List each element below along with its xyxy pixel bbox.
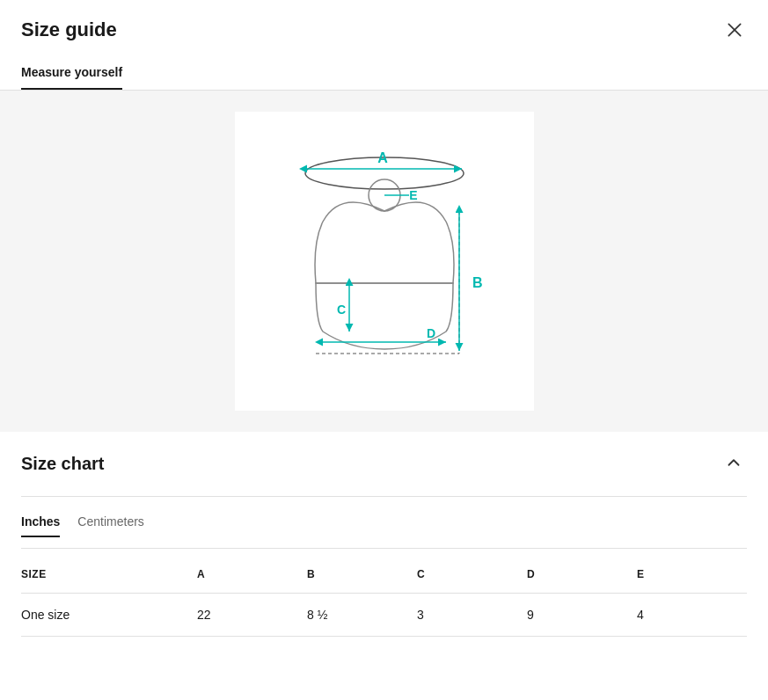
label-D: D: [427, 326, 435, 340]
size-chart-header: Size chart: [21, 432, 747, 497]
col-header-D: D: [527, 556, 637, 594]
cell-D: 9: [527, 594, 637, 637]
label-C: C: [337, 303, 346, 317]
size-table: SIZE A B C D E One size 22 8 ½ 3 9 4: [21, 556, 747, 637]
table-header-row: SIZE A B C D E: [21, 556, 747, 594]
cell-A: 22: [197, 594, 307, 637]
col-header-size: SIZE: [21, 556, 197, 594]
size-chart-title: Size chart: [21, 454, 104, 474]
close-button[interactable]: [722, 18, 747, 42]
unit-tab-inches[interactable]: Inches: [21, 507, 60, 537]
cell-E: 4: [637, 594, 747, 637]
col-header-E: E: [637, 556, 747, 594]
unit-tab-centimeters[interactable]: Centimeters: [77, 507, 143, 537]
modal-header: Size guide: [0, 0, 768, 56]
tab-measure-yourself[interactable]: Measure yourself: [21, 56, 122, 90]
size-chart-section: Size chart Inches Centimeters SIZE A B C…: [0, 432, 768, 637]
label-E: E: [409, 188, 417, 202]
illustration-section: A E B C: [0, 91, 768, 432]
tab-list: Measure yourself: [21, 56, 747, 90]
table-row: One size 22 8 ½ 3 9 4: [21, 594, 747, 637]
cell-B: 8 ½: [307, 594, 417, 637]
unit-tabs: Inches Centimeters: [21, 497, 747, 549]
col-header-A: A: [197, 556, 307, 594]
label-B: B: [472, 275, 483, 290]
size-guide-modal: Size guide Measure yourself A: [0, 0, 768, 700]
collapse-button[interactable]: [720, 449, 747, 478]
cell-C: 3: [417, 594, 527, 637]
col-header-B: B: [307, 556, 417, 594]
hat-svg: A E B C: [252, 120, 516, 402]
col-header-C: C: [417, 556, 527, 594]
tabs-section: Measure yourself: [0, 56, 768, 91]
hat-illustration-container: A E B C: [235, 112, 534, 411]
label-A: A: [377, 150, 388, 165]
cell-size: One size: [21, 594, 197, 637]
modal-title: Size guide: [21, 18, 117, 41]
chevron-up-icon: [724, 453, 743, 472]
